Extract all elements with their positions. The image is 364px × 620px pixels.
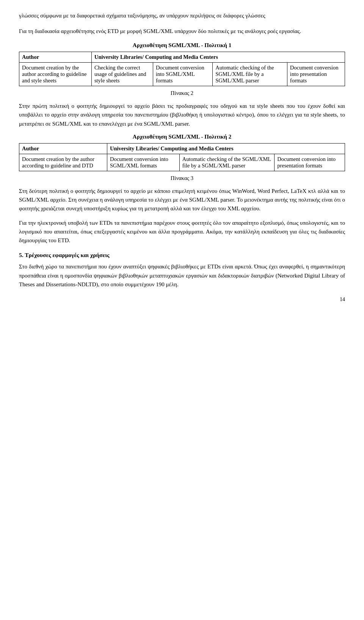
section5-heading-text: 5. Τρέχουσες εφαρμογές και χρήσεις bbox=[19, 252, 110, 258]
intro-para1: γλώσσες σύμφωνα με τα διαφορετικά σχήματ… bbox=[19, 11, 345, 20]
table1-row1-col2: Checking the correct usage of guidelines… bbox=[91, 63, 153, 86]
table2-col2-header: University Libraries/ Computing and Medi… bbox=[107, 143, 345, 154]
table2-col1-header: Author bbox=[19, 143, 107, 154]
para-after-table1: Στην πρώτη πολιτική ο φοιτητής δημιουργε… bbox=[19, 102, 345, 128]
table1-col2-header: University Libraries/ Computing and Medi… bbox=[91, 52, 345, 63]
table2-caption: Πίνακας 3 bbox=[19, 175, 345, 181]
para-after-table2-1: Στη δεύτερη πολιτική ο φοιτητής δημιουργ… bbox=[19, 187, 345, 213]
para-etd: Για την ηλεκτρονική υποβολή των ETDs τα … bbox=[19, 219, 345, 245]
table2: Author University Libraries/ Computing a… bbox=[19, 143, 345, 171]
table1: Author University Libraries/ Computing a… bbox=[19, 52, 345, 86]
page-number: 14 bbox=[19, 297, 345, 303]
table1-row1-col1: Document creation by the author accordin… bbox=[19, 63, 92, 86]
table1-col1-header: Author bbox=[19, 52, 92, 63]
table2-row1-col2: Document conversion into SGML/XML format… bbox=[107, 154, 179, 171]
intro-para2: Για τη διαδικασία αρχειοθέτησης ενός ETD… bbox=[19, 27, 345, 36]
table1-row1-col3: Document conversion into SGML/XML format… bbox=[153, 63, 213, 86]
table1-section: Αρχειοθέτηση SGML/XML - Πολιτική 1 Autho… bbox=[19, 42, 345, 96]
table2-row1-col1: Document creation by the author accordin… bbox=[19, 154, 107, 171]
table2-title: Αρχειοθέτηση SGML/XML - Πολιτική 2 bbox=[19, 134, 345, 140]
table2-col2-header-text: University Libraries/ Computing and Medi… bbox=[110, 145, 234, 151]
table1-row1-col5: Document conversion into presentation fo… bbox=[287, 63, 345, 86]
table2-row1-col4: Document conversion into presentation fo… bbox=[275, 154, 345, 171]
table1-row1-col4: Automatic checking of the SGML/XML file … bbox=[213, 63, 287, 86]
table2-row1-col3: Automatic checking of the SGML/XML file … bbox=[179, 154, 274, 171]
table1-caption: Πίνακας 2 bbox=[19, 90, 345, 96]
section5-heading: 5. Τρέχουσες εφαρμογές και χρήσεις bbox=[19, 252, 345, 259]
table1-title: Αρχειοθέτηση SGML/XML - Πολιτική 1 bbox=[19, 42, 345, 49]
table2-section: Αρχειοθέτηση SGML/XML - Πολιτική 2 Autho… bbox=[19, 134, 345, 181]
para-section5-1: Στο διεθνή χώρο τα πανεπιστήμια που έχου… bbox=[19, 262, 345, 289]
